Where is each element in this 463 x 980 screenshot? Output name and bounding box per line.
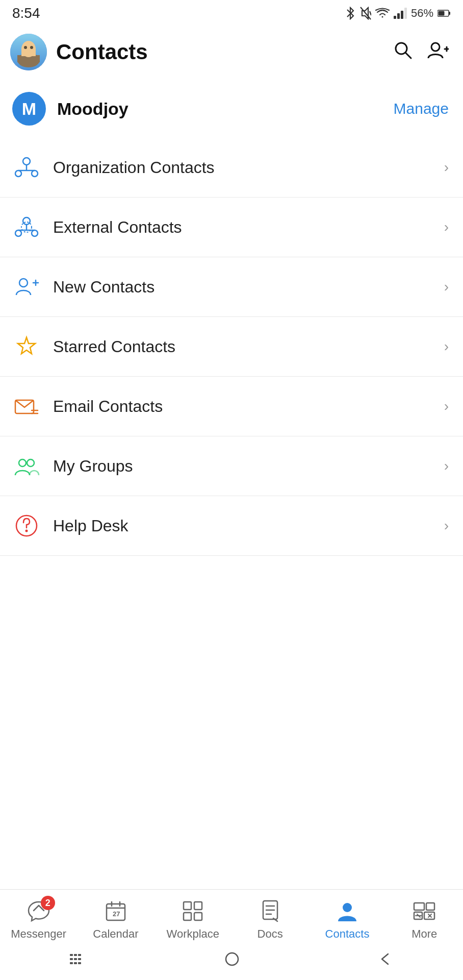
svg-point-30: [32, 230, 38, 236]
bottom-nav: 2 Messenger 27 Calendar: [0, 889, 463, 980]
chevron-icon: ›: [444, 219, 449, 235]
svg-point-42: [19, 459, 26, 467]
messenger-badge: 2: [41, 896, 55, 910]
svg-line-1: [370, 11, 371, 15]
svg-rect-56: [194, 913, 202, 920]
battery-percent: 56%: [411, 7, 433, 20]
svg-rect-6: [404, 8, 407, 19]
external-contacts-label: External Contacts: [53, 218, 182, 237]
moodjoy-section: M Moodjoy Manage: [0, 80, 463, 138]
search-icon[interactable]: [392, 39, 414, 66]
chevron-icon: ›: [444, 279, 449, 295]
moodjoy-left: M Moodjoy: [12, 92, 128, 126]
menu-item-external-contacts[interactable]: External Contacts ›: [0, 198, 463, 257]
nav-tab-calendar[interactable]: 27 Calendar: [77, 898, 154, 941]
menu-list: Organization Contacts › External Contact…: [0, 138, 463, 556]
contacts-tab-icon: [334, 898, 361, 924]
chevron-icon: ›: [444, 458, 449, 474]
nav-tab-docs[interactable]: Docs: [232, 898, 308, 941]
manage-button[interactable]: Manage: [394, 100, 449, 117]
svg-point-16: [30, 46, 33, 49]
svg-rect-55: [184, 913, 191, 920]
status-bar: 8:54 56%: [0, 0, 463, 24]
svg-rect-70: [70, 954, 73, 956]
mute-icon: [360, 7, 371, 20]
svg-point-29: [15, 230, 21, 236]
external-contacts-icon: [12, 213, 41, 241]
system-menu-button[interactable]: [69, 952, 86, 970]
menu-item-starred-contacts[interactable]: Starred Contacts ›: [0, 317, 463, 377]
docs-tab-icon: [257, 898, 284, 924]
starred-contacts-icon: [12, 332, 41, 361]
svg-rect-71: [74, 954, 77, 956]
add-contact-icon[interactable]: [426, 39, 449, 66]
header: Contacts: [0, 24, 463, 80]
chevron-icon: ›: [444, 159, 449, 176]
wifi-icon: [375, 8, 390, 19]
header-actions: [392, 39, 449, 66]
email-contacts-label: Email Contacts: [53, 397, 163, 416]
workplace-tab-icon: [179, 898, 206, 924]
system-back-button[interactable]: [378, 952, 394, 970]
svg-rect-72: [78, 954, 81, 956]
messenger-tab-label: Messenger: [11, 927, 66, 941]
header-left: Contacts: [10, 34, 148, 70]
signal-icon: [394, 8, 407, 19]
contacts-tab-label: Contacts: [325, 927, 370, 941]
svg-point-22: [23, 158, 30, 165]
my-groups-label: My Groups: [53, 457, 133, 476]
svg-point-61: [343, 903, 352, 912]
menu-item-help-desk[interactable]: Help Desk ›: [0, 496, 463, 556]
messenger-tab-icon: 2: [25, 898, 52, 924]
menu-item-org-contacts[interactable]: Organization Contacts ›: [0, 138, 463, 198]
svg-line-46: [34, 905, 39, 911]
svg-rect-3: [394, 16, 396, 19]
calendar-tab-icon: 27: [102, 898, 129, 924]
page-title: Contacts: [56, 40, 148, 64]
bluetooth-icon: [345, 7, 356, 20]
menu-item-my-groups[interactable]: My Groups ›: [0, 436, 463, 496]
svg-rect-8: [449, 12, 450, 15]
svg-rect-62: [414, 903, 424, 910]
avatar[interactable]: [10, 34, 47, 70]
svg-rect-78: [78, 962, 81, 964]
new-contacts-icon: [12, 273, 41, 301]
svg-rect-75: [78, 958, 81, 960]
svg-point-15: [24, 46, 27, 49]
svg-rect-73: [70, 958, 73, 960]
workplace-tab-label: Workplace: [167, 927, 220, 941]
org-contacts-icon: [12, 153, 41, 182]
svg-point-45: [25, 530, 28, 532]
help-desk-icon: [12, 511, 41, 540]
nav-tab-workplace[interactable]: Workplace: [155, 898, 232, 941]
svg-point-23: [15, 170, 21, 177]
more-tab-label: More: [411, 927, 437, 941]
starred-contacts-label: Starred Contacts: [53, 337, 175, 356]
my-groups-icon: [12, 452, 41, 480]
svg-rect-5: [401, 11, 403, 19]
docs-tab-label: Docs: [258, 927, 283, 941]
svg-rect-54: [194, 902, 202, 910]
email-contacts-icon: [12, 392, 41, 421]
calendar-tab-label: Calendar: [93, 927, 138, 941]
moodjoy-avatar: M: [12, 92, 46, 126]
chevron-icon: ›: [444, 338, 449, 355]
menu-item-new-contacts[interactable]: New Contacts ›: [0, 257, 463, 317]
svg-point-43: [27, 459, 34, 467]
svg-rect-79: [226, 953, 238, 965]
battery-icon: [438, 9, 451, 17]
svg-point-28: [23, 217, 30, 225]
moodjoy-name: Moodjoy: [57, 99, 128, 119]
system-home-button[interactable]: [224, 951, 240, 971]
svg-rect-74: [74, 958, 77, 960]
svg-line-18: [405, 53, 411, 58]
nav-tab-more[interactable]: More: [386, 898, 463, 941]
svg-point-24: [32, 170, 38, 177]
menu-item-email-contacts[interactable]: Email Contacts ›: [0, 377, 463, 436]
help-desk-label: Help Desk: [53, 517, 128, 535]
nav-tab-messenger[interactable]: 2 Messenger: [0, 898, 77, 941]
nav-tab-contacts[interactable]: Contacts: [308, 898, 385, 941]
nav-tabs: 2 Messenger 27 Calendar: [0, 890, 463, 945]
svg-rect-4: [397, 13, 400, 19]
svg-rect-53: [184, 902, 191, 910]
